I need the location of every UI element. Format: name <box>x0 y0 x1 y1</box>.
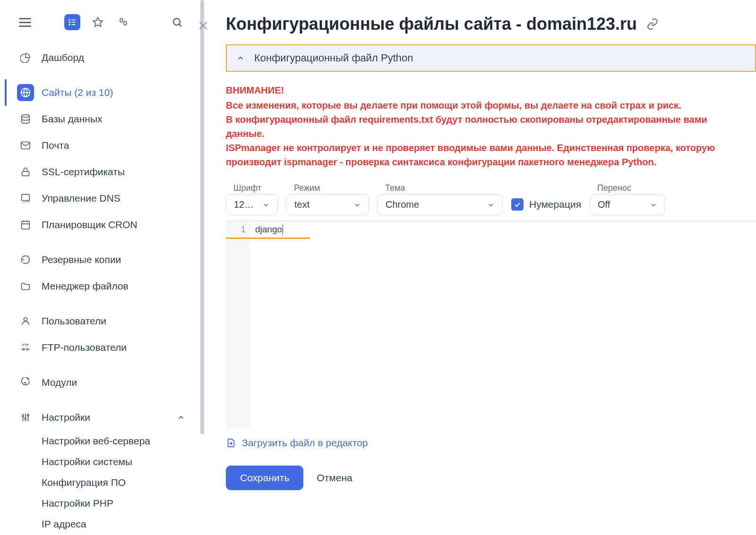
svg-text:.COM: .COM <box>22 200 30 203</box>
svg-marker-6 <box>93 17 103 26</box>
wrap-label: Перенос <box>590 183 665 193</box>
mode-label: Режим <box>286 183 369 193</box>
sidebar-item-backups[interactable]: Резервные копии <box>5 246 195 273</box>
sidebar-item-databases[interactable]: Базы данных <box>5 106 195 132</box>
chevron-down-icon <box>353 201 361 209</box>
mode-select[interactable]: text <box>286 194 369 215</box>
line-number: 1 <box>226 224 246 235</box>
svg-point-7 <box>120 18 123 22</box>
settings-submenu: Настройки веб-сервера Настройки системы … <box>5 431 195 535</box>
search-icon[interactable] <box>169 14 185 30</box>
svg-line-10 <box>179 24 181 26</box>
sidebar-item-dns[interactable]: .COM Управление DNS <box>5 185 195 212</box>
theme-select[interactable]: Chrome <box>378 194 503 215</box>
hamburger-menu-icon[interactable] <box>19 16 31 29</box>
sidebar-item-label: Модули <box>42 377 77 388</box>
warning-text: ВНИМАНИЕ! Все изменения, которые вы дела… <box>226 83 722 169</box>
svg-point-0 <box>69 19 70 20</box>
font-label: Шрифт <box>226 183 278 193</box>
sidebar-item-modules[interactable]: Модули <box>5 369 195 396</box>
sub-item-php[interactable]: Настройки PHP <box>42 493 195 514</box>
list-icon[interactable] <box>64 14 80 30</box>
nav: Дашборд Сайты (2 из 10) Базы данных Почт… <box>0 44 199 535</box>
sub-item-ip[interactable]: IP адреса <box>42 514 195 535</box>
warning-heading: ВНИМАНИЕ! <box>226 83 722 97</box>
sidebar-item-label: Управление DNS <box>42 193 120 204</box>
numbering-checkbox[interactable]: Нумерация <box>511 198 581 215</box>
sidebar-item-label: Менеджер файлов <box>42 280 129 292</box>
svg-point-9 <box>173 18 180 25</box>
cancel-button[interactable]: Отмена <box>317 472 352 484</box>
sidebar-item-label: Сайты (2 из 10) <box>42 87 113 98</box>
sub-item-software[interactable]: Конфигурация ПО <box>42 472 195 493</box>
svg-rect-15 <box>22 171 29 176</box>
sidebar: Дашборд Сайты (2 из 10) Базы данных Почт… <box>0 0 199 535</box>
svg-point-22 <box>24 318 27 321</box>
sidebar-item-mail[interactable]: Почта <box>5 132 195 159</box>
chevron-up-icon <box>177 413 185 422</box>
sub-item-webserver[interactable]: Настройки веб-сервера <box>42 431 195 451</box>
warning-p3: ISPmanager не контролирует и не проверяе… <box>226 141 722 169</box>
accordion-python-config[interactable]: Конфигурационный файл Python <box>226 44 756 72</box>
wrap-select[interactable]: Off <box>590 194 665 215</box>
sidebar-item-label: SSL-сертификаты <box>42 166 125 178</box>
wrap-select-value: Off <box>598 199 610 210</box>
sidebar-item-label: Пользователи <box>42 315 106 327</box>
star-icon[interactable] <box>90 14 106 30</box>
sidebar-item-ftp[interactable]: FTP FTP-пользователи <box>5 334 195 361</box>
font-select-value: 12… <box>234 199 254 210</box>
text-cursor <box>283 224 283 235</box>
chevron-down-icon <box>262 201 270 209</box>
sidebar-item-label: Дашборд <box>42 52 84 63</box>
sidebar-item-label: Базы данных <box>42 113 103 125</box>
sidebar-item-dashboard[interactable]: Дашборд <box>5 44 195 71</box>
footprints-icon[interactable] <box>115 14 131 30</box>
save-button[interactable]: Сохранить <box>226 466 303 490</box>
sidebar-item-label: Планировщик CRON <box>42 219 137 230</box>
link-icon[interactable] <box>646 18 659 30</box>
svg-point-4 <box>69 24 70 25</box>
editor-gutter: 1 <box>226 221 250 429</box>
sidebar-item-sites[interactable]: Сайты (2 из 10) <box>5 79 195 106</box>
sidebar-item-cron[interactable]: Планировщик CRON <box>5 212 195 238</box>
sidebar-item-settings[interactable]: Настройки <box>5 404 195 431</box>
sidebar-item-label: Резервные копии <box>42 254 121 265</box>
page-title: Конфигурационные файлы сайта - domain123… <box>226 14 637 34</box>
code-text: django <box>255 224 282 235</box>
upload-icon <box>226 438 236 448</box>
svg-point-13 <box>22 115 30 118</box>
warning-p2: В конфигурационный файл requirements.txt… <box>226 112 722 141</box>
upload-file-link[interactable]: Загрузить файл в редактор <box>226 437 756 449</box>
svg-text:FTP: FTP <box>22 343 29 347</box>
svg-point-29 <box>25 418 26 420</box>
editor-controls: Шрифт 12… Режим text Тема Chrome <box>226 183 756 215</box>
svg-rect-18 <box>22 221 30 229</box>
svg-point-2 <box>69 22 70 23</box>
sidebar-item-label: FTP-пользователи <box>42 342 127 353</box>
theme-select-value: Chrome <box>386 199 419 210</box>
chevron-down-icon <box>487 201 495 209</box>
sidebar-item-ssl[interactable]: SSL-сертификаты <box>5 159 195 185</box>
editor-code[interactable]: django <box>250 221 756 429</box>
mode-select-value: text <box>294 199 309 210</box>
numbering-label: Нумерация <box>529 199 581 210</box>
svg-point-8 <box>124 21 127 25</box>
svg-point-27 <box>22 415 24 417</box>
sidebar-item-users[interactable]: Пользователи <box>5 308 195 334</box>
warning-p1: Все изменения, которые вы делаете при по… <box>226 98 722 112</box>
close-icon[interactable] <box>194 16 213 35</box>
chevron-up-icon <box>236 54 245 62</box>
sidebar-item-label: Почта <box>42 140 69 151</box>
sidebar-item-files[interactable]: Менеджер файлов <box>5 273 195 299</box>
accordion-title: Конфигурационный файл Python <box>254 52 413 64</box>
checkbox-checked-icon <box>511 198 524 211</box>
upload-label: Загрузить файл в редактор <box>242 437 368 449</box>
font-select[interactable]: 12… <box>226 194 278 215</box>
topbar <box>0 14 199 44</box>
scrollbar[interactable] <box>199 0 205 535</box>
svg-point-31 <box>27 415 29 416</box>
code-editor[interactable]: 1 django <box>226 221 756 429</box>
sidebar-item-label: Настройки <box>42 412 90 423</box>
sub-item-system[interactable]: Настройки системы <box>42 451 195 472</box>
chevron-down-icon <box>650 201 657 209</box>
